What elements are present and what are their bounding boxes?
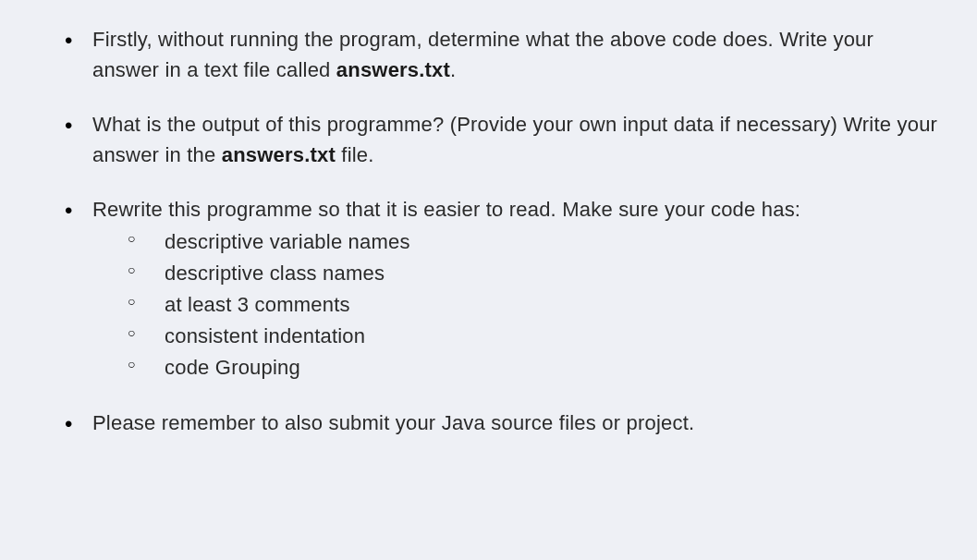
instruction-text: Firstly, without running the program, de… [92,28,873,81]
sub-item: consistent indentation [128,321,945,352]
sub-item: descriptive class names [128,258,945,289]
sub-list: descriptive variable namesdescriptive cl… [128,226,945,383]
instruction-text: What is the output of this programme? (P… [92,113,937,166]
sub-item: at least 3 comments [128,289,945,321]
instruction-item: Rewrite this programme so that it is eas… [65,194,945,383]
instructions-list: Firstly, without running the program, de… [65,24,945,438]
instruction-item: Please remember to also submit your Java… [65,408,945,438]
sub-item: code Grouping [128,352,945,383]
instruction-text: Please remember to also submit your Java… [92,411,694,434]
instruction-item: What is the output of this programme? (P… [65,109,945,170]
instruction-text: Rewrite this programme so that it is eas… [92,198,800,221]
instruction-item: Firstly, without running the program, de… [65,24,945,85]
sub-item: descriptive variable names [128,226,945,258]
